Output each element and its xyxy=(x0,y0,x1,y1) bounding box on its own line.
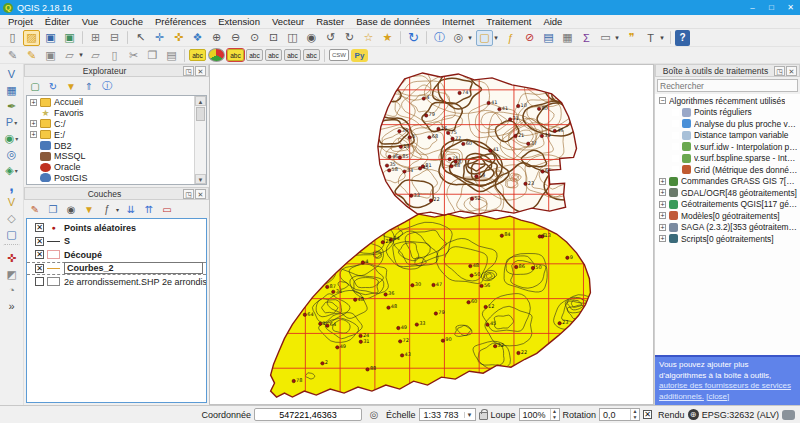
add-vector-layer-button[interactable]: V xyxy=(3,66,20,82)
add-wms-layer-button[interactable]: ◉ xyxy=(3,130,20,146)
zoom-full-extent-button[interactable]: ⊡ xyxy=(265,30,282,46)
spinner-arrows[interactable]: ▲▼ xyxy=(630,409,639,420)
delete-selected-button[interactable]: ▯ xyxy=(106,47,123,63)
close-button[interactable]: ✕ xyxy=(781,0,800,15)
layer-item-courbes-2[interactable]: Courbes_2 xyxy=(27,262,206,276)
add-wfs-layer-button[interactable]: ◈ xyxy=(3,162,20,178)
toolbox-group-qgis[interactable]: Géotraitements QGIS[117 géotraitements] xyxy=(656,199,799,211)
select-features-dropdown[interactable]: ▾ xyxy=(492,30,500,46)
text-annotation-button[interactable]: T xyxy=(642,30,659,46)
properties-button[interactable]: ⓘ xyxy=(99,79,115,94)
label-pin-button[interactable]: abc xyxy=(227,49,244,61)
open-project-button[interactable]: ▨ xyxy=(23,30,40,46)
menu-item[interactable]: Couche xyxy=(104,15,149,29)
toolbox-group-modeles[interactable]: Modèles[0 géotraitements] xyxy=(656,210,799,222)
add-spatialite-layer-button[interactable]: ✒ xyxy=(3,98,20,114)
filter-expression-button[interactable]: ƒ xyxy=(99,202,115,217)
identify-button[interactable]: ⓘ xyxy=(431,30,448,46)
add-delimited-text-button[interactable]: , xyxy=(3,178,20,194)
labeling-button[interactable]: abc xyxy=(189,49,206,61)
tree-expand-toggle[interactable] xyxy=(30,142,37,149)
menu-item[interactable]: Base de données xyxy=(350,15,436,29)
diagram-button[interactable] xyxy=(208,48,225,62)
tree-expand-toggle[interactable] xyxy=(659,201,666,208)
minimize-button[interactable]: – xyxy=(743,0,762,15)
menu-item[interactable]: Raster xyxy=(310,15,350,29)
layers-float-button[interactable]: ◳ xyxy=(183,189,194,199)
toolbox-item-points-reguliers[interactable]: Points réguliers xyxy=(656,107,799,119)
close-notification-link[interactable]: [close] xyxy=(706,392,729,401)
toolbox-item-vsurf-bspline[interactable]: v.surf.bspline.sparse - Interpolation ..… xyxy=(656,153,799,165)
select-by-expression-button[interactable]: ƒ xyxy=(502,30,519,46)
annotation-dropdown[interactable]: ▾ xyxy=(658,30,666,46)
tree-expand-toggle[interactable] xyxy=(659,189,666,196)
filter-legend-button[interactable]: ▼ xyxy=(81,202,97,217)
menu-item[interactable]: Aide xyxy=(537,15,568,29)
crs-status[interactable]: EPSG:32632 (ALV) xyxy=(702,410,779,420)
new-project-button[interactable]: ▯ xyxy=(4,30,21,46)
pan-map-button[interactable]: ✛ xyxy=(151,30,168,46)
map-canvas[interactable]: 8558845922395164868463477211414923868022… xyxy=(209,64,654,405)
toolbox-item-distance-tampon-variable[interactable]: Distance tampon variable xyxy=(656,130,799,142)
raster-calculator-button[interactable]: ▦ xyxy=(559,30,576,46)
browser-item-mssql[interactable]: MSSQL xyxy=(29,151,192,162)
label-rotate-button[interactable]: abc xyxy=(284,49,301,61)
tree-expand-toggle[interactable] xyxy=(659,212,666,219)
menu-item[interactable]: Vecteur xyxy=(266,15,310,29)
feature-action-button[interactable]: ◎ xyxy=(450,30,467,46)
scroll-thumb[interactable] xyxy=(196,107,205,121)
python-console-button[interactable]: Py xyxy=(351,49,368,62)
menu-item[interactable]: Internet xyxy=(436,15,480,29)
layer-visibility-checkbox[interactable] xyxy=(35,223,44,232)
scroll-down-icon[interactable]: ▼ xyxy=(195,174,206,184)
magnifier-spinbox[interactable]: 100% ▲▼ xyxy=(519,408,560,421)
add-postgis-layer-button[interactable]: P xyxy=(3,114,20,130)
composer-manager-button[interactable]: ⊟ xyxy=(106,30,123,46)
cut-features-button[interactable]: ✂ xyxy=(125,47,142,63)
toolbox-close-button[interactable]: ✕ xyxy=(786,66,797,76)
show-bookmarks-button[interactable]: ★ xyxy=(379,30,396,46)
add-raster-layer-button[interactable]: ▦ xyxy=(3,82,20,98)
zoom-last-button[interactable]: ↺ xyxy=(322,30,339,46)
tree-expand-toggle[interactable] xyxy=(672,120,679,127)
toolbox-group-scripts[interactable]: Scripts[0 géotraitements] xyxy=(656,233,799,245)
attribute-table-button[interactable]: ▤ xyxy=(540,30,557,46)
gps-tools-button[interactable]: ✜ xyxy=(3,250,20,266)
toggle-editing-button[interactable]: ✎ xyxy=(23,47,40,63)
tree-expand-toggle[interactable] xyxy=(659,224,666,231)
toolbox-group-recent[interactable]: Algorithmes récemment utilisés xyxy=(656,95,799,107)
label-move-button[interactable]: abc xyxy=(265,49,282,61)
layer-visibility-checkbox[interactable] xyxy=(35,237,44,246)
scale-combobox[interactable]: 1:33 783 ▼ xyxy=(419,408,476,421)
pan-to-selection-button[interactable]: ✜ xyxy=(170,30,187,46)
layer-visibility-checkbox[interactable] xyxy=(35,264,44,273)
render-checkbox[interactable] xyxy=(643,410,652,419)
browser-item-c-drive[interactable]: C:/ xyxy=(29,119,192,130)
new-bookmark-button[interactable]: ☆ xyxy=(360,30,377,46)
zoom-native-button[interactable]: ⊙ xyxy=(246,30,263,46)
tree-expand-toggle[interactable] xyxy=(30,153,37,160)
message-log-icon[interactable] xyxy=(782,410,795,420)
deselect-button[interactable]: ⊘ xyxy=(521,30,538,46)
toolbox-group-saga[interactable]: SAGA (2.3.2)[353 géotraitements] xyxy=(656,222,799,234)
map-tips-button[interactable]: ❞ xyxy=(623,30,640,46)
layer-visibility-checkbox[interactable] xyxy=(35,250,44,259)
menu-item[interactable]: Extension xyxy=(212,15,266,29)
toolbox-group-gdal[interactable]: GDAL/OGR[48 géotraitements] xyxy=(656,187,799,199)
browser-item-favoris[interactable]: Favoris xyxy=(29,108,192,119)
menu-item[interactable]: Préférences xyxy=(149,15,212,29)
expand-all-button[interactable]: ⇊ xyxy=(123,202,139,217)
menu-item[interactable]: Éditer xyxy=(39,15,76,29)
tree-expand-toggle[interactable] xyxy=(659,235,666,242)
feature-action-dropdown[interactable]: ▾ xyxy=(466,30,474,46)
zoom-to-layer-button[interactable]: ◫ xyxy=(284,30,301,46)
remove-layer-button[interactable]: ▭ xyxy=(159,202,175,217)
save-project-as-button[interactable]: ▣ xyxy=(61,30,78,46)
add-wcs-layer-button[interactable]: ◎ xyxy=(3,146,20,162)
filter-browser-button[interactable]: ▼ xyxy=(63,79,79,94)
tree-expand-toggle[interactable] xyxy=(30,131,37,138)
tree-expand-toggle[interactable] xyxy=(672,132,679,139)
crs-globe-icon[interactable]: ⊕ xyxy=(688,409,699,420)
new-shapefile-button[interactable]: V xyxy=(3,194,20,210)
measure-button[interactable]: ▭ xyxy=(597,30,614,46)
